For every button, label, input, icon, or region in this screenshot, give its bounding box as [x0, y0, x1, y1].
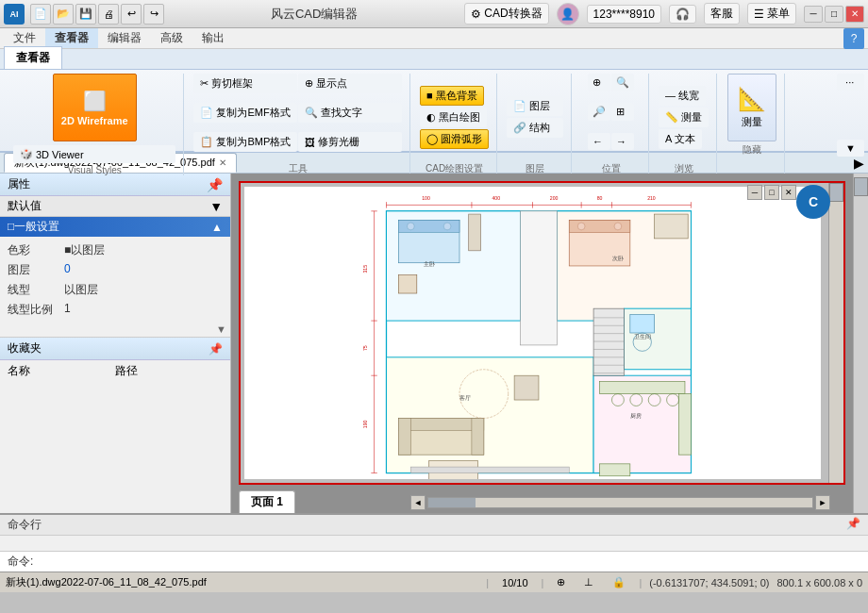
text-button[interactable]: A 文本: [659, 129, 702, 149]
scroll-left-btn[interactable]: ◄: [410, 495, 426, 510]
page-tab-1[interactable]: 页面 1: [239, 490, 295, 513]
measure-large-button[interactable]: 📐 测量: [727, 74, 776, 141]
main-right-scrollbar[interactable]: [853, 174, 868, 513]
measure-large-label: 隐藏: [743, 143, 761, 157]
open-file-icon[interactable]: 📂: [53, 4, 74, 25]
line-width-button[interactable]: — 线宽: [659, 86, 706, 106]
pos-btn2[interactable]: 🔍: [611, 74, 634, 91]
menu-editor[interactable]: 编辑器: [98, 28, 151, 48]
default-value-header: 默认值 ▼: [0, 196, 230, 217]
menu-output[interactable]: 输出: [192, 28, 234, 48]
prop-label-color: 色彩: [8, 242, 64, 258]
status-indicator-1[interactable]: ⊕: [551, 576, 571, 588]
scroll-thumb-right[interactable]: [829, 183, 843, 202]
quick-access-toolbar: 📄 📂 💾 🖨 ↩ ↪: [30, 4, 164, 25]
measure-button[interactable]: 📏 测量: [659, 108, 709, 127]
position-buttons: ⊕ 🔍 🔎 ⊞ ← →: [588, 74, 634, 160]
smooth-arc-button[interactable]: ◯ 圆滑弧形: [420, 129, 489, 149]
svg-text:100: 100: [422, 195, 430, 201]
status-indicator-2[interactable]: ⊥: [578, 576, 599, 588]
layer-button[interactable]: 📄 图层: [507, 96, 563, 116]
redo-icon[interactable]: ↪: [143, 4, 164, 25]
ribbon-more-button[interactable]: ···: [837, 74, 864, 91]
maximize-button[interactable]: □: [825, 6, 843, 23]
command-output: [0, 536, 868, 551]
main-scroll-thumb[interactable]: [854, 177, 868, 196]
cad-converter-button[interactable]: ⚙ CAD转换器: [464, 3, 548, 25]
svg-rect-42: [600, 382, 685, 394]
app-title: 风云CAD编辑器: [164, 6, 464, 23]
cmd-pin-icon[interactable]: 📌: [846, 517, 860, 533]
drawing-restore[interactable]: □: [764, 185, 779, 200]
cut-frame-button[interactable]: ✂ 剪切框架: [193, 74, 297, 93]
copy-emf-button[interactable]: 📄 复制为EMF格式: [193, 103, 297, 123]
black-bg-button[interactable]: ■ 黑色背景: [420, 86, 484, 106]
menu-advanced[interactable]: 高级: [151, 28, 192, 48]
copy-bmp-button[interactable]: 📋 复制为BMP格式: [193, 132, 297, 152]
prop-value-color: ■以图层: [64, 242, 223, 258]
layer-icon: 📄: [513, 100, 526, 112]
prop-label-linetype: 线型: [8, 282, 64, 298]
pos-btn4[interactable]: ⊞: [611, 103, 634, 121]
new-file-icon[interactable]: 📄: [30, 4, 51, 25]
trim-raster-button[interactable]: 🖼 修剪光栅: [298, 132, 402, 152]
close-button[interactable]: ✕: [845, 6, 864, 23]
h-scrollbar[interactable]: [427, 497, 813, 508]
line-width-icon: —: [665, 90, 676, 101]
pos-btn6[interactable]: →: [611, 133, 634, 150]
ribbon-tab-viewer[interactable]: 查看器: [4, 46, 62, 69]
prop-value-linetype: 以图层: [64, 282, 223, 298]
minimize-button[interactable]: ─: [804, 6, 823, 23]
drawing-area[interactable]: 100 400 200 80 210: [231, 174, 853, 513]
prop-value-linescale: 1: [64, 302, 223, 318]
structure-button[interactable]: 🔗 结构: [507, 118, 563, 138]
favorites-header: 收藏夹 📌: [0, 338, 230, 360]
black-bg-icon: ■: [426, 90, 433, 101]
drawing-scrollbar-right[interactable]: [828, 183, 843, 483]
svg-point-38: [614, 223, 622, 230]
menu-file[interactable]: 文件: [4, 28, 45, 48]
menu-button[interactable]: ☰ 菜单: [747, 3, 796, 25]
undo-icon[interactable]: ↩: [121, 4, 142, 25]
user-avatar[interactable]: 👤: [557, 3, 579, 25]
scroll-right-btn[interactable]: ►: [815, 495, 830, 510]
drawing-minimize[interactable]: ─: [747, 185, 762, 200]
help-icon[interactable]: ?: [843, 28, 864, 49]
pos-btn1[interactable]: ⊕: [588, 74, 610, 91]
ribbon-collapse-button[interactable]: ▼: [837, 140, 864, 157]
prop-row-layer: 图层 0: [4, 260, 226, 280]
dropdown-icon[interactable]: ▼: [209, 199, 223, 214]
show-points-button[interactable]: ⊕ 显示点: [298, 74, 402, 93]
drawing-close[interactable]: ✕: [781, 185, 796, 200]
svg-rect-39: [655, 214, 689, 239]
2d-wireframe-button[interactable]: ⬜ 2D Wireframe: [53, 74, 137, 141]
cad-converter-icon: ⚙: [471, 8, 481, 21]
visual-styles-label: Visual Styles: [68, 165, 122, 175]
section-scroll[interactable]: ▲: [211, 221, 223, 234]
fav-pin-icon[interactable]: 📌: [209, 342, 223, 356]
status-lock-icon[interactable]: 🔒: [607, 576, 631, 588]
svg-rect-20: [593, 308, 624, 375]
command-input[interactable]: [37, 555, 860, 569]
svg-text:次卧: 次卧: [612, 256, 624, 261]
prop-row-color: 色彩 ■以图层: [4, 240, 226, 260]
headset-icon[interactable]: 🎧: [669, 5, 696, 24]
svg-point-32: [443, 223, 451, 230]
save-icon[interactable]: 💾: [75, 4, 96, 25]
svg-text:400: 400: [492, 195, 500, 201]
find-text-button[interactable]: 🔍 查找文字: [298, 103, 402, 123]
prop-label-linescale: 线型比例: [8, 302, 64, 318]
user-id[interactable]: 123****8910: [587, 5, 661, 24]
scissors-icon: ✂: [200, 77, 209, 90]
customer-service-button[interactable]: 客服: [704, 3, 740, 25]
3d-viewer-button[interactable]: 🎲 3D Viewer: [13, 145, 175, 163]
svg-rect-44: [679, 394, 692, 456]
print-icon[interactable]: 🖨: [98, 4, 119, 25]
bw-drawing-button[interactable]: ◐ 黑白绘图: [420, 108, 487, 127]
pos-btn5[interactable]: ←: [588, 133, 610, 150]
menu-viewer[interactable]: 查看器: [45, 28, 98, 48]
svg-point-37: [577, 223, 585, 230]
arc-icon: ◯: [426, 133, 438, 145]
status-coordinates: (-0.6131707; 434.5091; 0): [649, 577, 769, 588]
pos-btn3[interactable]: 🔎: [588, 103, 610, 121]
